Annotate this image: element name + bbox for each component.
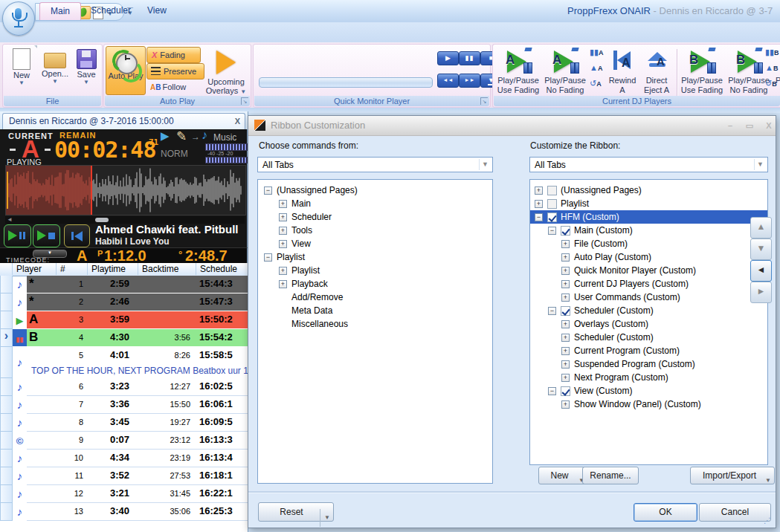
checkbox-off[interactable]: [547, 186, 557, 195]
tree-item[interactable]: −(Unassigned Pages): [258, 184, 492, 197]
row-gutter[interactable]: [0, 293, 13, 311]
collapse-icon[interactable]: −: [264, 253, 272, 262]
ribbon-target-dropdown[interactable]: All Tabs▼: [529, 157, 768, 172]
minimize-icon[interactable]: –: [724, 121, 736, 130]
row-gutter[interactable]: [0, 396, 13, 414]
ok-button[interactable]: OK: [634, 503, 697, 522]
edit-pencil-icon[interactable]: ✎: [176, 129, 187, 144]
collapse-icon[interactable]: −: [548, 387, 556, 395]
close-icon[interactable]: X: [235, 114, 240, 129]
collapse-icon[interactable]: −: [548, 307, 556, 315]
column-header-backtime[interactable]: Backtime: [138, 263, 196, 275]
expand-icon[interactable]: +: [561, 267, 570, 275]
loop-icon[interactable]: ↺A: [590, 79, 602, 89]
deck-play-pause-button[interactable]: [4, 224, 31, 247]
playlist-row[interactable]: ▶A33:5915:50:2: [0, 311, 248, 329]
expand-icon[interactable]: +: [279, 280, 287, 288]
play-pause-no-fading-a-button[interactable]: APlay/PauseNo Fading: [542, 46, 588, 98]
tree-item[interactable]: +User Commands (Custom): [530, 291, 767, 304]
row-gutter[interactable]: [0, 485, 13, 503]
playlist-row[interactable]: ♪123:2131:4516:22:1: [0, 485, 248, 503]
tree-item[interactable]: −View (Custom): [530, 384, 767, 398]
row-gutter[interactable]: [0, 414, 13, 432]
tree-item[interactable]: +Playback: [258, 277, 492, 291]
playlist-row[interactable]: ♪54:018:2615:58:5TOP OF THE HOUR, NEXT P…: [0, 347, 248, 378]
expand-icon[interactable]: +: [561, 253, 570, 262]
row-gutter[interactable]: [0, 378, 13, 396]
expand-icon[interactable]: +: [561, 280, 570, 288]
tab-view[interactable]: View: [137, 2, 177, 19]
monitor-play-button[interactable]: ▶: [437, 51, 459, 65]
playlist-row[interactable]: ♪63:2312:2716:02:5: [0, 378, 248, 396]
reset-button[interactable]: Reset▼: [258, 502, 334, 522]
row-gutter[interactable]: [0, 467, 13, 485]
column-header-playtime[interactable]: Playtime: [88, 263, 138, 275]
collapse-icon[interactable]: −: [264, 186, 272, 195]
tree-item[interactable]: −Main (Custom): [530, 224, 767, 237]
new-tab-button[interactable]: New▼: [538, 467, 588, 484]
playlist-tab[interactable]: Dennis en Riccardo @ 3-7-2016 15:00:00 X: [2, 113, 245, 129]
tree-item[interactable]: +View: [258, 237, 492, 250]
column-header-schedule[interactable]: Schedule: [196, 263, 248, 275]
scrollbar-handle[interactable]: [95, 218, 109, 222]
expand-icon[interactable]: +: [561, 374, 570, 382]
deck-play-stop-button[interactable]: [33, 224, 60, 247]
checkbox-off[interactable]: [547, 199, 557, 209]
tree-item[interactable]: −HFM (Custom): [530, 210, 767, 224]
collapse-icon[interactable]: −: [535, 213, 543, 221]
tree-item[interactable]: +Show Window (Panel) (Custom): [530, 398, 767, 411]
column-header-player[interactable]: Player: [13, 263, 57, 275]
playlist-row[interactable]: ♪133:4035:0616:25:3: [0, 503, 248, 521]
dialog-title-bar[interactable]: Ribbon Customization – ▭ X: [248, 116, 776, 136]
eject-icon[interactable]: ▲A: [590, 63, 602, 74]
expand-icon[interactable]: +: [561, 240, 570, 248]
tree-item[interactable]: Add/Remove: [258, 291, 492, 304]
expand-icon[interactable]: +: [279, 200, 287, 208]
expand-icon[interactable]: +: [561, 347, 570, 355]
tree-item[interactable]: +(Unassigned Pages): [530, 184, 767, 197]
tree-item[interactable]: +File (Custom): [530, 237, 767, 250]
play-pause-use-fading-b-button[interactable]: BPlay/PauseUse Fading: [679, 46, 725, 98]
tree-item[interactable]: +Next Program (Custom): [530, 371, 767, 384]
tree-item[interactable]: +Main: [258, 197, 492, 210]
quick-monitor-dialog-launcher[interactable]: ↘: [480, 97, 488, 105]
tree-item[interactable]: +Suspended Program (Custom): [530, 357, 767, 371]
rewind-a-button[interactable]: ARewindA: [606, 46, 639, 98]
tree-item[interactable]: −Playlist: [258, 250, 492, 264]
tab-main[interactable]: Main: [39, 2, 81, 20]
direct-eject-a-button[interactable]: ADirectEject A: [639, 46, 674, 98]
remove-command-button[interactable]: ►: [750, 282, 772, 303]
column-header-num[interactable]: #: [57, 263, 88, 275]
playlist-row[interactable]: ♪*22:4615:47:3: [0, 293, 248, 311]
import-export-button[interactable]: Import/Export▼: [690, 467, 775, 484]
waveform-display[interactable]: [5, 165, 246, 215]
expand-icon[interactable]: +: [535, 186, 543, 195]
tree-item[interactable]: +Quick Monitor Player (Custom): [530, 264, 767, 277]
tree-item[interactable]: +Current DJ Players (Custom): [530, 277, 767, 291]
expand-icon[interactable]: +: [561, 320, 570, 328]
application-menu-button[interactable]: [2, 1, 35, 36]
upcoming-overlays-button[interactable]: UpcomingOverlays ▼: [204, 46, 248, 94]
tree-item[interactable]: −Scheduler (Custom): [530, 304, 767, 317]
move-down-button[interactable]: ▼: [750, 239, 772, 260]
pause-icon[interactable]: ▮▮B: [765, 48, 779, 58]
new-button[interactable]: New ▼: [7, 46, 36, 94]
row-gutter[interactable]: ›: [0, 329, 13, 347]
checkbox-on[interactable]: [561, 306, 570, 316]
expand-icon[interactable]: +: [561, 360, 570, 369]
play-pause-use-fading-a-button[interactable]: APlay/PauseUse Fading: [495, 46, 541, 98]
tree-item[interactable]: +Playlist: [530, 197, 767, 210]
row-gutter[interactable]: [0, 311, 13, 329]
move-up-button[interactable]: ▲: [750, 217, 772, 239]
row-gutter[interactable]: [0, 432, 13, 450]
open-button[interactable]: Open... ▼: [38, 46, 72, 94]
row-gutter[interactable]: [0, 503, 13, 521]
expand-icon[interactable]: +: [279, 240, 287, 248]
monitor-progress-bar[interactable]: [259, 77, 433, 88]
pause-icon[interactable]: ▮▮A: [590, 48, 604, 58]
autoplay-dialog-launcher[interactable]: ↘: [241, 97, 248, 105]
rename-button[interactable]: Rename...: [582, 467, 639, 484]
preserve-toggle-button[interactable]: Preserve: [146, 63, 204, 80]
resize-grip[interactable]: ⋰: [764, 516, 773, 525]
close-icon[interactable]: X: [763, 121, 775, 130]
